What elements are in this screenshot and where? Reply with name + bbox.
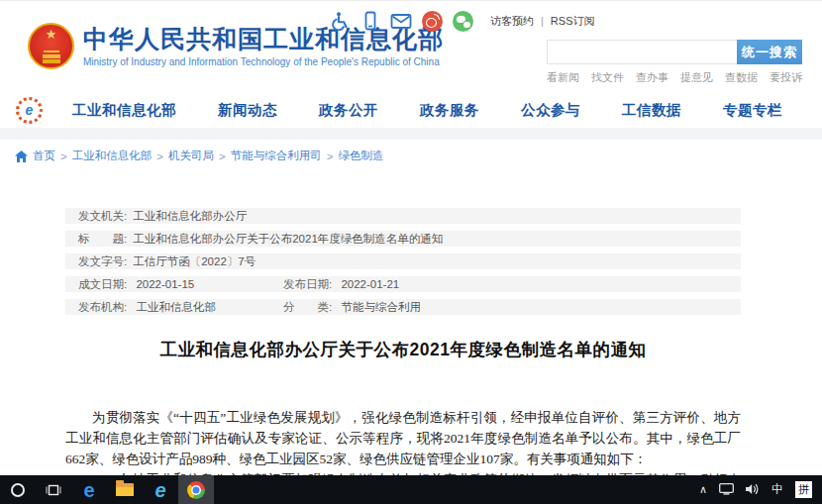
breadcrumb-separator: > (327, 151, 334, 162)
meta-row-publisher-category: 发布机构: 工业和信息化部 分 类: 节能与综合利用 (65, 299, 741, 315)
header-right: 访客预约 | RSS订阅 统一搜索 看新闻 找文件 查办事 提意见 查数据 要投… (547, 9, 802, 85)
nav-item-special[interactable]: 专题专栏 (723, 101, 782, 120)
ime-pinyin-indicator[interactable]: 拼 (795, 481, 812, 498)
emblem-star-icon: ★ (46, 28, 57, 41)
document-meta-table: 发文机关: 工业和信息化部办公厅 标 题: 工业和信息化部办公厅关于公布2021… (65, 208, 741, 315)
unified-search-button[interactable]: 统一搜索 (737, 40, 802, 64)
wechat-icon[interactable] (452, 10, 473, 32)
nav-item-participation[interactable]: 公众参与 (521, 101, 580, 120)
divider-band (0, 128, 822, 140)
task-view-icon (46, 483, 61, 497)
weibo-icon[interactable] (421, 10, 443, 32)
meta-value: 工信厅节函〔2022〕7号 (133, 253, 256, 269)
meta-value: 工业和信息化部办公厅 (133, 208, 247, 224)
top-text-links: 访客预约 | RSS订阅 (490, 14, 594, 29)
nav-items: 工业和信息化部 新闻动态 政务公开 政务服务 公众参与 工信数据 专题专栏 (72, 101, 794, 120)
breadcrumb: 首页 > 工业和信息化部 > 机关司局 > 节能与综合利用司 > 绿色制造 (0, 140, 822, 173)
article-paragraph-1: 为贯彻落实《“十四五”工业绿色发展规划》，强化绿色制造标杆引领，经申报单位自评价… (65, 407, 741, 469)
taskbar-apps: e e (0, 475, 214, 504)
tray-show-hidden-icons-chevron[interactable]: ∧ (699, 483, 707, 496)
file-explorer-button[interactable] (107, 475, 143, 504)
taskbar-tray: ∧ 中 拼 (699, 481, 822, 499)
chrome-icon (187, 481, 205, 499)
header-icons-row: 访客预约 | RSS订阅 (329, 9, 802, 33)
miit-webpage: ★ 中华人民共和国工业和信息化部 Ministry of Industry an… (0, 0, 822, 475)
file-explorer-icon (116, 483, 134, 496)
meta-value: 工业和信息化部 (136, 301, 216, 313)
breadcrumb-departments[interactable]: 机关司局 (168, 149, 214, 163)
quick-link-data[interactable]: 查数据 (725, 70, 758, 85)
cortana-icon (11, 483, 25, 497)
meta-row-issuing-office: 发文机关: 工业和信息化部办公厅 (65, 208, 741, 224)
volume-icon[interactable] (746, 481, 760, 499)
search-bar: 统一搜索 (547, 40, 802, 64)
meta-label: 发布日期: (283, 278, 332, 290)
meta-label: 标 题: (78, 231, 127, 247)
emblem-gate-icon (43, 54, 60, 58)
article-body: 为贯彻落实《“十四五”工业绿色发展规划》，强化绿色制造标杆引领，经申报单位自评价… (65, 407, 741, 475)
language-indicator[interactable]: 中 (771, 481, 783, 498)
quick-link-complaint[interactable]: 要投诉 (770, 70, 802, 85)
document-content: 发文机关: 工业和信息化部办公厅 标 题: 工业和信息化部办公厅关于公布2021… (65, 208, 741, 475)
nav-item-data[interactable]: 工信数据 (622, 101, 681, 120)
meta-label: 分 类: (283, 301, 332, 313)
accessibility-icon[interactable] (329, 10, 351, 32)
meta-label: 成文日期: (78, 278, 127, 290)
search-input[interactable] (547, 40, 737, 64)
meta-label: 发布机构: (78, 301, 127, 313)
main-nav: e 工业和信息化部 新闻动态 政务公开 政务服务 公众参与 工信数据 专题专栏 (0, 92, 822, 128)
task-view-button[interactable] (36, 475, 71, 504)
edge-icon: e (83, 480, 94, 500)
nav-item-miit[interactable]: 工业和信息化部 (72, 101, 176, 120)
meta-value: 工业和信息化部办公厅关于公布2021年度绿色制造名单的通知 (133, 231, 443, 247)
rss-link[interactable]: RSS订阅 (551, 14, 595, 29)
quick-link-news[interactable]: 看新闻 (547, 70, 579, 85)
network-icon[interactable] (719, 481, 734, 499)
link-divider: | (541, 15, 544, 27)
breadcrumb-separator: > (156, 151, 163, 162)
miit-gear-e-logo-icon[interactable]: e (16, 97, 43, 124)
meta-label: 发文字号: (78, 253, 127, 269)
breadcrumb-home[interactable]: 首页 (33, 149, 55, 163)
quick-links: 看新闻 找文件 查办事 提意见 查数据 要投诉 (547, 70, 802, 85)
meta-value: 节能与综合利用 (341, 301, 421, 313)
meta-row-title: 标 题: 工业和信息化部办公厅关于公布2021年度绿色制造名单的通知 (65, 231, 741, 247)
breadcrumb-energy-dept[interactable]: 节能与综合利用司 (231, 149, 322, 163)
meta-row-dates: 成文日期: 2022-01-15 发布日期: 2022-01-21 (65, 276, 741, 292)
site-header: ★ 中华人民共和国工业和信息化部 Ministry of Industry an… (0, 1, 822, 92)
article-title: 工业和信息化部办公厅关于公布2021年度绿色制造名单的通知 (65, 338, 741, 361)
meta-label: 发文机关: (78, 208, 127, 224)
breadcrumb-separator: > (219, 151, 226, 162)
nav-item-gov-open[interactable]: 政务公开 (319, 101, 378, 120)
chrome-button-active[interactable] (178, 475, 214, 504)
national-emblem-icon: ★ (28, 23, 74, 69)
cortana-button[interactable] (0, 475, 36, 504)
meta-row-doc-number: 发文字号: 工信厅节函〔2022〕7号 (65, 253, 741, 269)
quick-link-files[interactable]: 找文件 (591, 70, 624, 85)
internet-explorer-button[interactable]: e (143, 475, 178, 504)
mail-icon[interactable] (390, 10, 412, 32)
meta-value: 2022-01-21 (341, 278, 399, 290)
nav-item-news[interactable]: 新闻动态 (218, 101, 277, 120)
visitor-appointment-link[interactable]: 访客预约 (490, 14, 534, 29)
quick-link-suggest[interactable]: 提意见 (680, 70, 713, 85)
breadcrumb-green-manufacturing[interactable]: 绿色制造 (338, 149, 383, 163)
breadcrumb-separator: > (60, 151, 67, 162)
edge-button[interactable]: e (71, 475, 107, 504)
internet-explorer-icon: e (154, 480, 165, 500)
nav-item-gov-services[interactable]: 政务服务 (420, 101, 479, 120)
home-icon[interactable] (15, 151, 28, 162)
windows-taskbar: e e ∧ 中 拼 (0, 475, 822, 504)
desktop: ★ 中华人民共和国工业和信息化部 Ministry of Industry an… (0, 0, 822, 504)
quick-link-services[interactable]: 查办事 (636, 70, 668, 85)
meta-value: 2022-01-15 (136, 278, 194, 290)
site-subtitle: Ministry of Industry and Information Tec… (83, 56, 444, 67)
breadcrumb-miit[interactable]: 工业和信息化部 (72, 149, 153, 163)
mobile-icon[interactable] (360, 10, 381, 32)
